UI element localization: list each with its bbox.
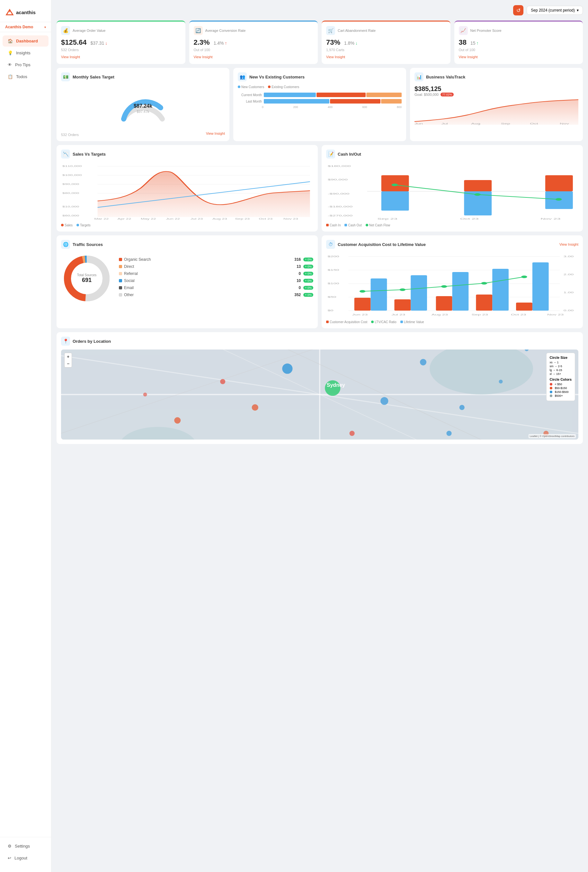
svg-point-96: [282, 363, 292, 374]
svg-point-98: [252, 404, 258, 410]
svg-text:Sep: Sep: [501, 122, 510, 125]
donut-amount: $87.24k: [134, 103, 152, 109]
logo-area: acanthis: [0, 5, 51, 22]
sales-legend: Sales Targets: [61, 224, 313, 227]
legend-social: Social 10 + 0%: [119, 278, 313, 283]
donut-center-label: Total Sources 691: [77, 273, 97, 284]
svg-text:Nov 23: Nov 23: [547, 314, 564, 316]
orders-by-location-card: 📍 Orders by Location: [57, 332, 583, 444]
cash-inout-card: 📝 Cash In/Out $180,000 $90,000 -$90,000 …: [322, 145, 583, 232]
kpi-secondary-nps: 15 ↑: [470, 41, 479, 46]
view-insight-acr[interactable]: View Insight: [194, 55, 213, 59]
svg-text:Aug 23: Aug 23: [212, 218, 227, 220]
zoom-in-button[interactable]: +: [64, 353, 72, 360]
svg-rect-35: [464, 180, 492, 191]
svg-point-107: [143, 392, 147, 397]
svg-text:Mar 22: Mar 22: [94, 218, 109, 220]
kpi-main-nps: 38: [459, 38, 466, 47]
view-insight-cart[interactable]: View Insight: [326, 55, 345, 59]
kpi-sub-nps: Out of 100: [459, 48, 579, 52]
sidebar-item-todos[interactable]: 📋 Todos: [3, 71, 48, 82]
svg-text:0.00: 0.00: [564, 309, 574, 312]
sidebar-item-settings[interactable]: ⚙ Settings: [3, 840, 48, 852]
donut-target: $97.47k: [134, 110, 152, 113]
account-selector[interactable]: Acanthis Demo ▾: [0, 22, 51, 32]
legend-other: Other 352 + 0%: [119, 293, 313, 297]
sidebar-nav: 🏠 Dashboard 💡 Insights 👁 Pro Tips 📋 Todo…: [0, 35, 51, 837]
svg-text:Apr 22: Apr 22: [118, 218, 131, 220]
bar-label-last: Last Month: [238, 100, 262, 103]
svg-text:$60,000: $60,000: [62, 215, 79, 217]
top-bar: ↺ Sep 2024 (current period) ▾: [57, 5, 583, 15]
traffic-sources-title: Traffic Sources: [73, 242, 103, 247]
view-insight-aov[interactable]: View Insight: [61, 55, 80, 59]
kpi-secondary-cart: 1.8% ↓: [344, 41, 358, 46]
svg-point-108: [446, 431, 452, 436]
svg-rect-66: [394, 299, 411, 311]
svg-point-75: [360, 290, 365, 293]
refresh-button[interactable]: ↺: [513, 5, 524, 15]
valutrack-icon: 📊: [414, 72, 423, 81]
kpi-main-acr: 2.3%: [194, 38, 210, 47]
view-insight-nps[interactable]: View Insight: [459, 55, 478, 59]
kpi-secondary-acr: 1.4% ↑: [214, 41, 227, 46]
map-placeholder: Sydney + − Circle Size xs → 1 sm → 2-5 l…: [61, 349, 578, 439]
svg-text:May 22: May 22: [141, 218, 156, 220]
view-insight-cac[interactable]: View Insight: [560, 242, 578, 246]
svg-rect-37: [381, 191, 409, 210]
svg-point-97: [380, 397, 388, 405]
period-selector[interactable]: Sep 2024 (current period) ▾: [526, 6, 583, 15]
sales-targets-svg: $110,000 $100,000 $90,000 $80,000 $10,00…: [61, 162, 313, 220]
total-sources-value: 691: [77, 277, 97, 284]
zoom-out-button[interactable]: −: [64, 360, 72, 367]
legend-organic: Organic Search 316 + 0%: [119, 257, 313, 262]
svg-text:$10,000: $10,000: [62, 206, 79, 208]
map-attribution: Leaflet | © OpenStreetMap contributors: [528, 434, 576, 438]
sidebar-item-dashboard[interactable]: 🏠 Dashboard: [3, 35, 48, 47]
svg-rect-72: [452, 272, 469, 311]
sales-targets-title: Sales Vs Targets: [73, 152, 106, 156]
cac-title: Customer Acquisition Cost to Lifetime Va…: [338, 242, 426, 247]
svg-point-41: [474, 193, 481, 196]
sales-vs-targets-card: 📉 Sales Vs Targets $110,000 $100,000 $90…: [57, 145, 318, 232]
view-insight-monthly[interactable]: View Insight: [206, 131, 225, 135]
location-icon: 📍: [61, 337, 70, 346]
traffic-icon: 🌐: [61, 240, 70, 249]
map-zoom-controls: + −: [64, 353, 72, 367]
sales-target-icon: 💵: [61, 72, 70, 81]
sidebar-item-insights[interactable]: 💡 Insights: [3, 47, 48, 59]
sidebar-item-logout[interactable]: ↩ Logout: [3, 852, 48, 864]
svg-text:$90,000: $90,000: [62, 183, 79, 185]
kpi-title-cart: Cart Abandonment Rate: [338, 29, 376, 33]
period-label: Sep 2024 (current period): [531, 8, 575, 12]
svg-point-99: [420, 359, 426, 365]
arrow-down-icon: ↓: [356, 41, 358, 46]
business-valutrack-card: 📊 Business ValuTrack $385,125 Goal: $500…: [410, 68, 583, 141]
sidebar: acanthis Acanthis Demo ▾ 🏠 Dashboard 💡 I…: [0, 0, 51, 872]
svg-point-42: [555, 198, 562, 201]
svg-rect-34: [381, 175, 409, 191]
sidebar-item-protips[interactable]: 👁 Pro Tips: [3, 59, 48, 71]
kpi-main-aov: $125.64: [61, 38, 87, 47]
map-svg: Sydney: [61, 349, 578, 439]
mid-row: 💵 Monthly Sales Target $87.24k $97.47k 5…: [57, 68, 583, 141]
svg-text:$50: $50: [328, 296, 336, 298]
svg-rect-67: [436, 296, 452, 311]
svg-text:Jul 23: Jul 23: [392, 314, 405, 316]
svg-point-106: [499, 380, 502, 383]
svg-text:-$90,000: -$90,000: [328, 192, 350, 195]
legend-new: New Customers: [238, 85, 264, 89]
svg-rect-73: [492, 269, 508, 311]
svg-point-101: [459, 405, 465, 410]
svg-text:Nov: Nov: [560, 122, 569, 125]
bar-label-current: Current Month: [238, 93, 262, 97]
svg-text:$110,000: $110,000: [62, 165, 82, 167]
bar-chart-area: Current Month Last Month: [238, 91, 402, 110]
nps-icon: 📈: [459, 26, 468, 35]
traffic-donut-wrap: Total Sources 691: [61, 253, 112, 304]
sidebar-item-label: Pro Tips: [15, 62, 30, 67]
home-icon: 🏠: [8, 39, 13, 44]
svg-text:-$180,000: -$180,000: [328, 206, 352, 208]
svg-text:Oct: Oct: [530, 122, 538, 125]
svg-rect-70: [371, 278, 387, 311]
